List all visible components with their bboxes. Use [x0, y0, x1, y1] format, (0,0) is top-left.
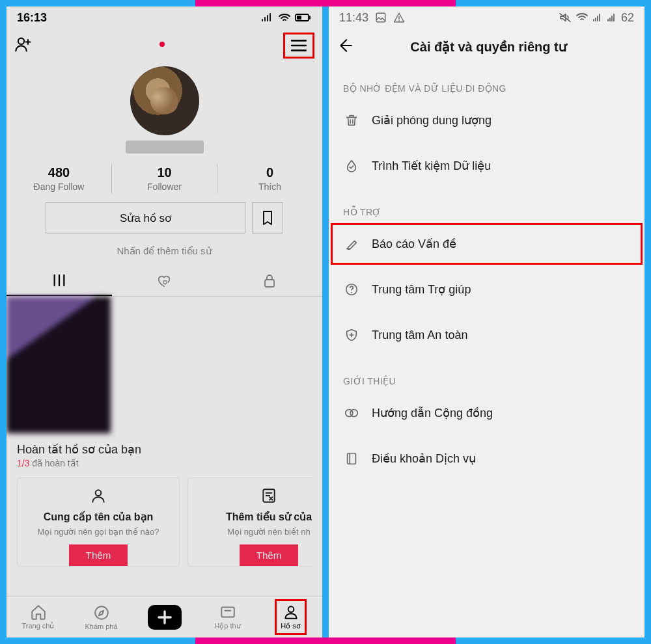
warning-icon: [393, 12, 405, 23]
notification-dot: [159, 42, 165, 47]
highlight-hamburger: [283, 33, 314, 59]
stat-following[interactable]: 480 Đang Follow: [7, 164, 111, 193]
rings-icon: [343, 406, 360, 420]
svg-rect-7: [221, 607, 234, 617]
status-time: 11:43: [339, 11, 368, 25]
hamburger-menu-icon[interactable]: [290, 38, 307, 53]
svg-rect-13: [348, 453, 356, 464]
row-safety-center[interactable]: Trung tâm An toàn: [329, 312, 644, 358]
shield-icon: [343, 328, 360, 342]
section-support-label: HỖ TRỢ: [329, 189, 644, 221]
complete-profile-progress: 1/3 đã hoàn tất: [17, 458, 312, 468]
image-icon: [375, 12, 387, 23]
profile-icon: [283, 604, 299, 621]
highlight-profile-tab: Hồ sơ: [275, 599, 307, 635]
tab-grid[interactable]: [7, 266, 112, 296]
person-icon: [90, 487, 107, 507]
card-add-name-button[interactable]: Thêm: [69, 544, 128, 566]
nav-home[interactable]: Trang chủ: [7, 604, 70, 630]
edit-note-icon: [260, 487, 277, 507]
wifi-icon: [575, 12, 589, 23]
row-report-problem[interactable]: Báo cáo Vấn đề: [329, 221, 644, 267]
avatar[interactable]: [130, 66, 199, 135]
wifi-icon: [278, 13, 291, 22]
home-icon: [30, 604, 47, 621]
bookmark-icon: [261, 210, 274, 226]
status-right-cluster: [261, 13, 312, 22]
svg-point-2: [18, 38, 24, 44]
card-add-bio-button[interactable]: Thêm: [240, 544, 298, 566]
inbox-icon: [219, 604, 236, 621]
card-add-bio: Thêm tiểu sử của Mọi người nên biết nh T…: [187, 477, 312, 567]
svg-rect-9: [376, 13, 385, 22]
pencil-icon: [343, 237, 360, 251]
tab-liked[interactable]: [112, 266, 217, 296]
svg-point-12: [350, 409, 357, 416]
heart-liked-icon: [157, 274, 173, 288]
add-friend-icon[interactable]: [14, 35, 33, 56]
signal-icon: [261, 13, 274, 22]
svg-rect-3: [265, 280, 274, 287]
bottom-nav: Trang chủ Khám phá Hộp thư Hồ sơ: [7, 596, 322, 637]
content-tabs: [7, 266, 322, 297]
question-icon: [343, 282, 360, 297]
row-data-saver[interactable]: Trình Tiết kiệm Dữ liệu: [329, 143, 644, 189]
stat-followers[interactable]: 10 Follower: [111, 164, 217, 193]
decorative-strip-bottom: [195, 637, 456, 644]
stats-row: 480 Đang Follow 10 Follower 0 Thích: [7, 164, 322, 193]
book-icon: [343, 451, 360, 466]
mute-icon: [559, 12, 572, 23]
status-battery: 62: [621, 11, 634, 25]
status-time: 16:13: [17, 11, 47, 25]
complete-profile-title: Hoàn tất hồ sơ của bạn: [17, 442, 312, 457]
video-thumbnail[interactable]: [7, 297, 111, 433]
section-cache-label: BỘ NHỚ ĐỆM VÀ DỮ LIỆU DI ĐỘNG: [329, 65, 644, 98]
svg-point-6: [95, 606, 108, 619]
card-add-name: Cung cấp tên của bạn Mọi người nên gọi b…: [17, 477, 180, 567]
nav-discover[interactable]: Khám phá: [70, 604, 133, 630]
decorative-strip-top: [195, 0, 456, 7]
plus-icon: [149, 606, 180, 628]
status-bar: 11:43 62: [329, 7, 644, 29]
status-bar: 16:13: [7, 7, 322, 29]
nav-inbox[interactable]: Hộp thư: [196, 604, 259, 630]
settings-title: Cài đặt và quyền riêng tư: [340, 39, 637, 55]
trash-icon: [343, 113, 360, 127]
signal-icon: [592, 13, 603, 22]
battery-icon: [295, 13, 312, 22]
lock-icon: [263, 274, 276, 288]
grid-icon: [52, 273, 66, 288]
section-about-label: GIỚI THIỆU: [329, 358, 644, 390]
svg-rect-1: [297, 16, 301, 20]
bookmark-button[interactable]: [252, 202, 283, 234]
row-terms-of-service[interactable]: Điều khoản Dịch vụ: [329, 436, 644, 481]
phone-left-profile: 16:13: [7, 7, 322, 637]
svg-point-8: [288, 606, 294, 612]
svg-point-4: [96, 490, 102, 496]
tab-private[interactable]: [217, 266, 322, 296]
handle-redacted: [126, 141, 204, 154]
row-free-space[interactable]: Giải phóng dung lượng: [329, 98, 644, 143]
droplet-icon: [343, 159, 360, 173]
row-community-guidelines[interactable]: Hướng dẫn Cộng đồng: [329, 390, 644, 436]
add-bio-link[interactable]: Nhấn để thêm tiểu sử: [7, 234, 322, 266]
stat-likes[interactable]: 0 Thích: [217, 164, 322, 193]
row-help-center[interactable]: Trung tâm Trợ giúp: [329, 267, 644, 312]
nav-create[interactable]: [133, 606, 196, 628]
signal-icon: [607, 13, 617, 22]
compass-icon: [93, 604, 110, 621]
nav-profile[interactable]: Hồ sơ: [259, 599, 322, 635]
edit-profile-button[interactable]: Sửa hồ sơ: [46, 202, 245, 234]
phone-right-settings: 11:43 62 Cài đặt và quyền riêng tư BỘ NH…: [329, 7, 644, 637]
